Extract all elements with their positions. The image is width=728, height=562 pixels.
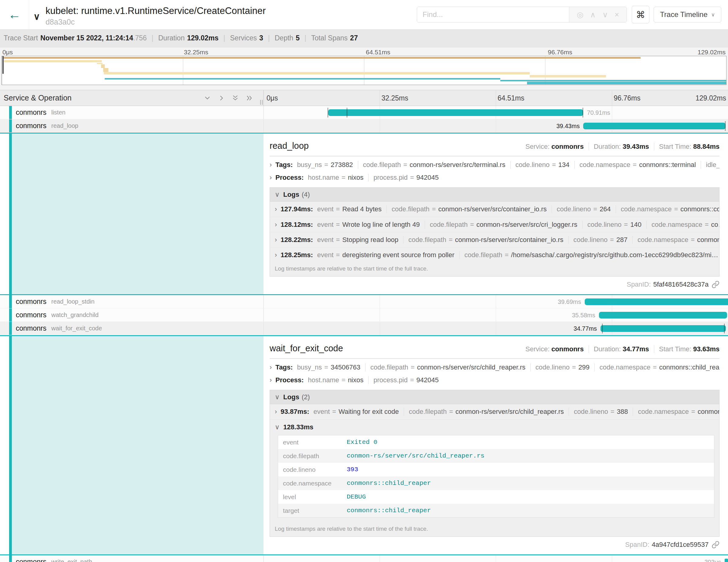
span-bar[interactable] — [600, 325, 726, 332]
trace-summary-bar: Trace Start November 15 2022, 11:24:14.7… — [0, 29, 728, 47]
link-icon[interactable] — [712, 281, 719, 288]
log-row[interactable]: › 128.25ms: event=deregistering event so… — [270, 247, 719, 262]
back-button[interactable]: ← — [0, 0, 29, 29]
logs-header[interactable]: ∨ Logs (4) — [270, 188, 719, 202]
operation-name: watch_grandchild — [51, 312, 99, 318]
tag-item: busy_ns=34506763 — [297, 363, 360, 371]
chevron-right-icon[interactable]: › — [270, 161, 272, 169]
collapse-trace-chevron-icon[interactable]: ∨ — [33, 11, 40, 22]
log-field: code.filepath=conmon-rs/server/src/cri_l… — [425, 221, 577, 229]
chevron-right-icon: › — [275, 408, 277, 416]
span-row-read-loop[interactable]: conmonrs read_loop 39.43ms — [0, 119, 728, 133]
header: ← ∨ kubelet: runtime.v1.RuntimeService/C… — [0, 0, 728, 29]
keyboard-shortcuts-button[interactable]: ⌘ — [632, 6, 649, 23]
spanid-label: SpanID: — [625, 541, 649, 549]
span-duration: 39.69ms — [558, 295, 581, 308]
spanid-label: SpanID: — [627, 281, 651, 288]
log-field: code.filepath=conmon-rs/server/src/child… — [404, 408, 564, 416]
tags-row[interactable]: › Tags: busy_ns=273882 code.filepath=con… — [270, 161, 719, 169]
table-row: target conmonrs::child_reaper — [278, 504, 714, 517]
service-operation-header: Service & Operation — [0, 90, 264, 106]
log-field: code.filepath=conmon-rs/server/src/conta… — [386, 205, 547, 213]
trace-id: d8a3a0c — [46, 18, 266, 26]
log-timestamp: 128.25ms: — [281, 251, 313, 259]
span-bar[interactable] — [328, 109, 583, 116]
collapse-one-icon[interactable] — [204, 94, 211, 102]
process-label: Process: — [275, 376, 304, 384]
timeline-minimap: 0μs 32.25ms 64.51ms 96.76ms 129.02ms — [0, 47, 728, 90]
logs-note: Log timestamps are relative to the start… — [270, 523, 719, 536]
depth-label: Depth — [275, 34, 293, 42]
span-row-write-exit-path[interactable]: conmonrs write_exit_path 303μs — [0, 555, 728, 562]
span-detail-indent — [0, 336, 264, 554]
expand-all-icon[interactable] — [246, 94, 253, 102]
operation-name: write_exit_path — [51, 558, 92, 562]
service-value: conmonrs — [551, 345, 583, 353]
expand-one-icon[interactable] — [218, 94, 225, 102]
tag-item: code.filepath=conmon-rs/server/src/child… — [365, 363, 526, 371]
log-row[interactable]: › 93.87ms: event=Waiting for exit code c… — [270, 404, 719, 419]
span-row-read-loop-stdin[interactable]: conmonrs read_loop_stdin 39.69ms — [0, 295, 728, 308]
link-icon[interactable] — [712, 541, 719, 549]
span-row-listen[interactable]: conmonrs listen 70.91ms — [0, 106, 728, 119]
spanid-row: SpanID: 4a947cfd1ce59537 — [270, 540, 719, 549]
timeline-grid-header: Service & Operation 0μs 32.25ms 64.51ms … — [0, 90, 728, 106]
span-bar[interactable] — [725, 559, 728, 562]
span-bar[interactable] — [583, 123, 725, 129]
table-row: event Exited 0 — [278, 435, 714, 449]
process-row[interactable]: › Process: host.name=nixos process.pid=9… — [270, 173, 719, 182]
service-label: Service: — [526, 345, 549, 353]
span-row-wait-for-exit-code[interactable]: conmonrs wait_for_exit_code 34.77ms — [0, 322, 728, 335]
log-timestamp: 127.94ms: — [281, 205, 313, 213]
find-clear-icon[interactable]: × — [614, 10, 619, 19]
minimap-span-bar — [97, 63, 103, 64]
log-row[interactable]: › 127.94ms: event=Read 4 bytes code.file… — [270, 202, 719, 217]
logs-header[interactable]: ∨ Logs (2) — [270, 390, 719, 404]
service-name: conmonrs — [16, 324, 46, 332]
service-name: conmonrs — [16, 122, 46, 130]
find-prev-icon[interactable]: ∧ — [590, 10, 596, 19]
find-next-icon[interactable]: ∨ — [602, 10, 608, 19]
chevron-right-icon[interactable]: › — [270, 376, 272, 384]
log-row[interactable]: › 128.12ms: event=Wrote log line of leng… — [270, 217, 719, 232]
service-name: conmonrs — [16, 311, 46, 319]
operation-name: wait_for_exit_code — [51, 325, 102, 332]
log-timestamp: 128.22ms: — [281, 236, 313, 244]
service-operation-title: Service & Operation — [4, 94, 204, 102]
chevron-right-icon[interactable]: › — [270, 363, 272, 371]
spanid-value: 5faf48165428c37a — [653, 281, 709, 288]
log-field: event=Waiting for exit code — [314, 408, 399, 416]
log-field: code.namespace=conmon… — [632, 236, 719, 244]
tag-item: busy_ns=273882 — [297, 161, 353, 169]
find-input[interactable] — [417, 7, 569, 22]
minimap-span-bar — [3, 57, 641, 59]
minimap-canvas[interactable] — [2, 56, 726, 85]
process-row[interactable]: › Process: host.name=nixos process.pid=9… — [270, 376, 719, 384]
log-row-expanded[interactable]: ∨ 128.33ms — [270, 419, 719, 434]
span-bar[interactable] — [599, 312, 727, 318]
service-color-strip — [9, 322, 12, 335]
command-icon: ⌘ — [636, 9, 645, 20]
tags-row[interactable]: › Tags: busy_ns=34506763 code.filepath=c… — [270, 363, 719, 372]
find-focus-icon[interactable]: ◎ — [577, 10, 583, 19]
chevron-right-icon[interactable]: › — [270, 174, 272, 182]
column-resizer-grip[interactable] — [260, 100, 263, 105]
chevron-right-icon: › — [275, 236, 277, 244]
tag-item: code.filepath=conmon-rs/server/src/termi… — [358, 161, 505, 169]
minimap-scrubber-handle[interactable] — [2, 56, 4, 74]
span-bar[interactable] — [585, 298, 728, 305]
start-time-value: 88.84ms — [693, 143, 719, 150]
start-time-value: 93.63ms — [693, 345, 719, 353]
find-group: ◎ ∧ ∨ × — [417, 7, 627, 22]
page-title: kubelet: runtime.v1.RuntimeService/Creat… — [46, 5, 266, 17]
services-label: Services — [230, 34, 257, 42]
collapse-all-icon[interactable] — [232, 94, 239, 102]
chevron-down-icon: ∨ — [275, 393, 280, 401]
span-row-watch-grandchild[interactable]: conmonrs watch_grandchild 35.58ms — [0, 308, 728, 322]
log-row[interactable]: › 128.22ms: event=Stopping read loop cod… — [270, 232, 719, 247]
log-field: event=Stopping read loop — [317, 236, 398, 244]
view-selector-button[interactable]: Trace Timeline ∨ — [654, 7, 721, 22]
services-value: 3 — [259, 34, 263, 42]
spanid-value: 4a947cfd1ce59537 — [652, 541, 709, 549]
log-fields-table: event Exited 0 code.filepath conmon-rs/s… — [278, 435, 714, 518]
